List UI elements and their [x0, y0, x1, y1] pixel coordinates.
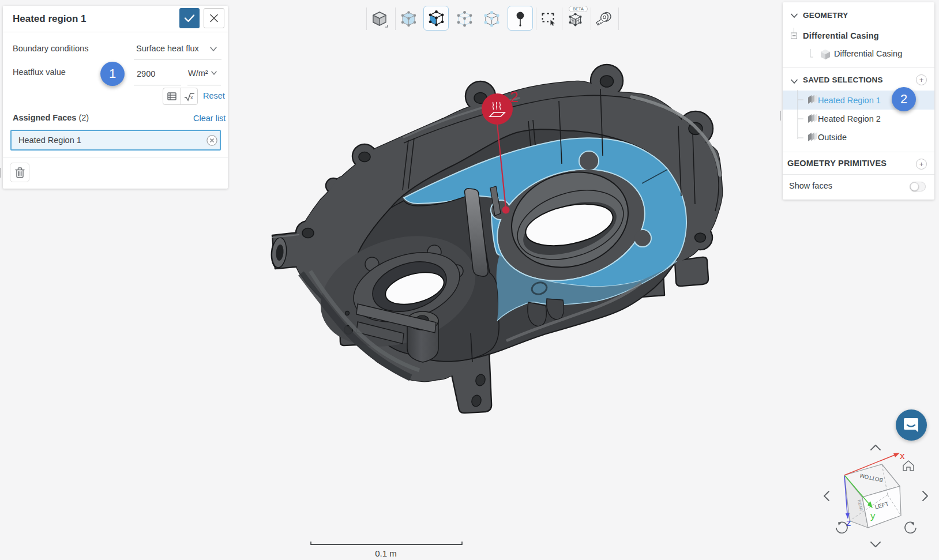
svg-text:x: x	[900, 450, 905, 461]
svg-text:y: y	[870, 510, 876, 521]
svg-text:x: x	[190, 95, 193, 100]
svg-text:2: 2	[510, 88, 518, 106]
